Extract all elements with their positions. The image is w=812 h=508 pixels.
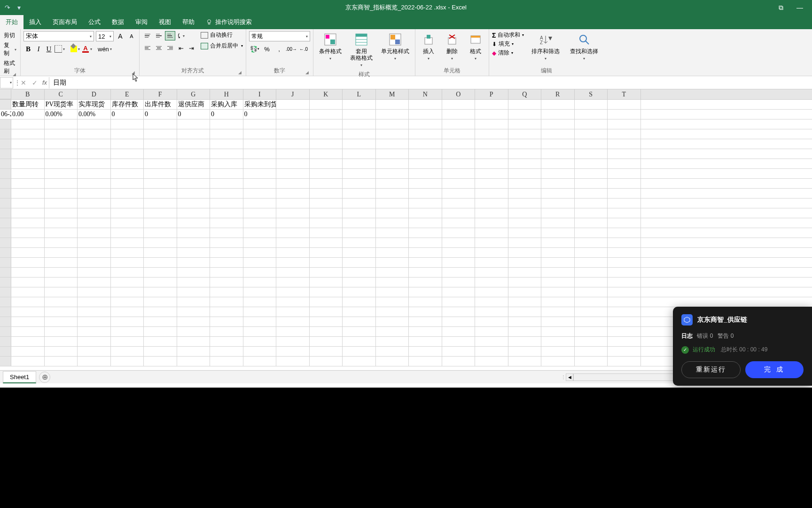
- cell[interactable]: [177, 129, 211, 139]
- cell[interactable]: [409, 110, 442, 119]
- cell[interactable]: [276, 179, 310, 188]
- cell[interactable]: [376, 100, 409, 109]
- cell[interactable]: [475, 208, 508, 218]
- cell[interactable]: [144, 179, 177, 188]
- cell[interactable]: [45, 278, 78, 287]
- cell[interactable]: [409, 238, 442, 247]
- clear-button[interactable]: ◆清除▾: [492, 49, 524, 57]
- cell[interactable]: [310, 119, 343, 129]
- cell[interactable]: [508, 307, 542, 317]
- cell[interactable]: [475, 238, 508, 247]
- cell[interactable]: [144, 129, 177, 139]
- cell[interactable]: [343, 218, 376, 228]
- cell[interactable]: [78, 337, 111, 346]
- cell[interactable]: [442, 129, 476, 139]
- cell[interactable]: [608, 347, 641, 356]
- cell[interactable]: [177, 357, 211, 366]
- cell[interactable]: [144, 287, 177, 297]
- cell[interactable]: [442, 238, 476, 247]
- cell[interactable]: [508, 149, 542, 159]
- row-header[interactable]: [0, 179, 11, 188]
- underline-button[interactable]: U: [44, 44, 54, 54]
- column-header[interactable]: E: [111, 89, 144, 99]
- cell[interactable]: [144, 159, 177, 168]
- cell[interactable]: [78, 287, 111, 297]
- cell[interactable]: [11, 327, 45, 336]
- cell[interactable]: [608, 198, 641, 208]
- cell[interactable]: [409, 159, 442, 168]
- cell[interactable]: [243, 327, 277, 336]
- cell[interactable]: [409, 139, 442, 149]
- cell[interactable]: [210, 248, 243, 257]
- cell[interactable]: [343, 100, 376, 109]
- cell[interactable]: [575, 189, 608, 198]
- cell[interactable]: [78, 317, 111, 326]
- cell[interactable]: [376, 110, 409, 119]
- cell[interactable]: [508, 268, 542, 277]
- bold-button[interactable]: B: [23, 44, 33, 54]
- column-header[interactable]: C: [45, 89, 78, 99]
- cell[interactable]: [45, 208, 78, 218]
- cell[interactable]: [310, 278, 343, 287]
- orientation-button[interactable]: ⤹▾: [176, 32, 186, 40]
- cell[interactable]: [144, 327, 177, 336]
- cell[interactable]: [11, 139, 45, 149]
- column-header[interactable]: M: [376, 89, 409, 99]
- cell[interactable]: [508, 198, 542, 208]
- cell[interactable]: [343, 297, 376, 307]
- cell[interactable]: [343, 198, 376, 208]
- cell[interactable]: [11, 169, 45, 178]
- cell[interactable]: [475, 287, 508, 297]
- cell[interactable]: [210, 169, 243, 178]
- tab-page-layout[interactable]: 页面布局: [47, 15, 83, 29]
- cell[interactable]: [111, 198, 144, 208]
- cell[interactable]: [276, 248, 310, 257]
- cell[interactable]: [541, 248, 575, 257]
- insert-cells-button[interactable]: 插入▾: [418, 31, 439, 63]
- cell[interactable]: [475, 169, 508, 178]
- cell[interactable]: [343, 248, 376, 257]
- cell[interactable]: [575, 179, 608, 188]
- cell[interactable]: [111, 278, 144, 287]
- cell[interactable]: [541, 129, 575, 139]
- cell[interactable]: [508, 169, 542, 178]
- row-header[interactable]: [0, 100, 11, 109]
- cell[interactable]: [177, 119, 211, 129]
- qat-dropdown-icon[interactable]: ▾: [15, 4, 23, 11]
- cell[interactable]: [442, 110, 476, 119]
- cell[interactable]: [78, 129, 111, 139]
- cell[interactable]: [210, 347, 243, 356]
- cell[interactable]: [475, 337, 508, 346]
- cell[interactable]: 实库现货: [78, 100, 111, 109]
- cell[interactable]: [442, 179, 476, 188]
- cell[interactable]: [144, 238, 177, 247]
- done-button[interactable]: 完 成: [745, 361, 804, 378]
- cell[interactable]: [45, 258, 78, 267]
- align-right-button[interactable]: [165, 43, 175, 53]
- cell[interactable]: [78, 258, 111, 267]
- cell[interactable]: [45, 139, 78, 149]
- cell[interactable]: [608, 317, 641, 326]
- cell[interactable]: [243, 297, 277, 307]
- cell[interactable]: [575, 268, 608, 277]
- cell[interactable]: [409, 337, 442, 346]
- cell[interactable]: [45, 248, 78, 257]
- cell[interactable]: [442, 307, 476, 317]
- cell[interactable]: [177, 179, 211, 188]
- cell[interactable]: [177, 258, 211, 267]
- cell[interactable]: [45, 307, 78, 317]
- cell[interactable]: [475, 278, 508, 287]
- cell[interactable]: [343, 317, 376, 326]
- cell[interactable]: [376, 228, 409, 238]
- cell[interactable]: [210, 198, 243, 208]
- cell[interactable]: [276, 357, 310, 366]
- cell[interactable]: [541, 228, 575, 238]
- cell[interactable]: [310, 317, 343, 326]
- cell[interactable]: [575, 357, 608, 366]
- cell[interactable]: [409, 218, 442, 228]
- cell[interactable]: [144, 307, 177, 317]
- cell[interactable]: [409, 278, 442, 287]
- cell[interactable]: [376, 238, 409, 247]
- decrease-decimal-button[interactable]: ←.0: [298, 44, 309, 54]
- cell[interactable]: [11, 347, 45, 356]
